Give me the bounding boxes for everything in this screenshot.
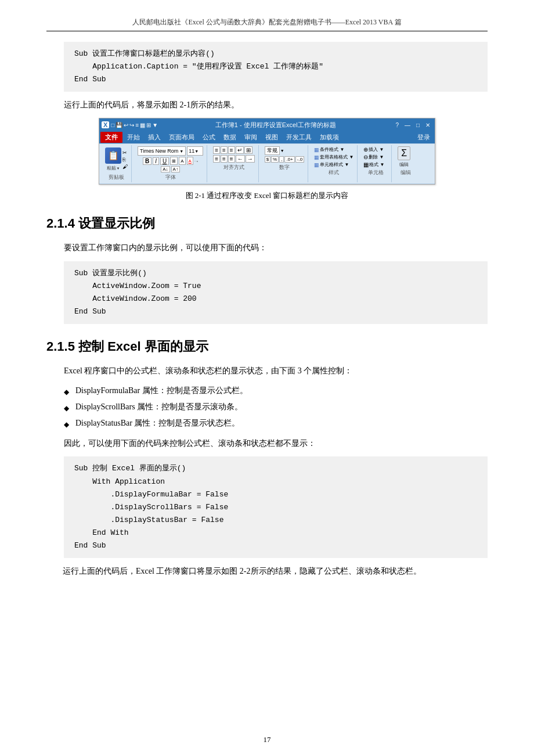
section-num-215: 2.1.5 — [46, 339, 75, 354]
format-cells-icon: ▦ — [363, 161, 369, 168]
cell-format-label[interactable]: 单元格样式 ▼ — [320, 161, 349, 168]
currency-btn[interactable]: $ — [265, 156, 270, 163]
menu-dev[interactable]: 开发工具 — [283, 132, 315, 143]
menu-review[interactable]: 审阅 — [241, 132, 261, 143]
cell-format-row: ▦ 单元格样式 ▼ — [314, 161, 353, 168]
menu-view[interactable]: 视图 — [262, 132, 282, 143]
excel-logo-icon: X — [102, 121, 109, 128]
bullet-item-1: DisplayFormulaBar 属性：控制是否显示公式栏。 — [64, 383, 488, 399]
excel-title-bar: X □ 💾 ↩ ↪ ≡ ▦ ⊞ ▼ 工作簿1 - 使用程序设置Excel工作簿的… — [99, 118, 435, 131]
align-left-btn[interactable]: ≡ — [213, 155, 220, 163]
font-size-selector[interactable]: 11 ▼ — [187, 146, 203, 156]
font-size-text: 11 — [189, 148, 194, 154]
menu-data[interactable]: 数据 — [220, 132, 240, 143]
number-label: 数字 — [265, 164, 305, 171]
code-block-3: Sub 控制 Excel 界面的显示() With Application .D… — [64, 456, 488, 558]
number-format-btn[interactable]: 常规 — [265, 146, 280, 155]
paste-area: 📋 粘贴 ▼ — [105, 147, 121, 171]
font-label: 字体 — [138, 174, 203, 181]
font-more-icon: ··• — [194, 159, 198, 163]
paste-label[interactable]: 粘贴 ▼ — [107, 165, 120, 171]
code-line: Sub 控制 Excel 界面的显示() — [74, 462, 477, 475]
insert-row: ⊕ 插入 ▼ — [363, 146, 384, 153]
align-bottom-btn[interactable]: ≡ — [228, 146, 235, 154]
code-line: ActiveWindow.Zoom = 200 — [74, 293, 477, 305]
indent-increase-btn[interactable]: → — [246, 155, 255, 163]
insert-cells-icon: ⊕ — [363, 146, 368, 153]
number-group: 常规 ▼ $ % , .0+ -.0 数字 — [261, 145, 309, 182]
align-top-btn[interactable]: ≡ — [213, 146, 220, 154]
increase-decimal-btn[interactable]: .0+ — [284, 156, 294, 163]
border-btn[interactable]: ⊞ — [170, 157, 178, 165]
cell-style-label[interactable]: 套用表格格式 ▼ — [320, 154, 353, 160]
cells-btns: ⊕ 插入 ▼ ⊖ 删除 ▼ ▦ 格式 ▼ — [363, 146, 384, 168]
paste-icon[interactable]: 📋 — [105, 147, 121, 164]
conditional-format-icon: ▦ — [314, 147, 319, 153]
editing-btns: Σ 编辑 — [398, 146, 410, 168]
font-color-btn[interactable]: A — [187, 157, 193, 165]
delete-cells-icon: ⊖ — [363, 154, 368, 160]
excel-title-text: 工作簿1 - 使用程序设置Excel工作簿的标题 — [158, 121, 393, 129]
code-line: End With — [74, 527, 477, 539]
menu-page-layout[interactable]: 页面布局 — [165, 132, 198, 143]
excel-title-left: X □ 💾 ↩ ↪ ≡ ▦ ⊞ ▼ — [102, 121, 158, 128]
align-center-btn[interactable]: ≡ — [221, 155, 228, 163]
indent-decrease-btn[interactable]: ← — [236, 155, 245, 163]
login-button[interactable]: 登录 — [414, 132, 434, 143]
font-row-top: Times New Rom ▼ 11 ▼ — [138, 146, 203, 156]
file-button[interactable]: 文件 — [100, 132, 122, 143]
number-sub-row: $ % , .0+ -.0 — [265, 156, 305, 163]
superscript-btn[interactable]: A↑ — [171, 166, 180, 172]
underline-button[interactable]: U — [160, 157, 169, 165]
insert-cells-btn[interactable]: 插入 ▼ — [369, 146, 384, 153]
autosum-btn[interactable]: Σ — [398, 146, 410, 160]
bold-button[interactable]: B — [143, 157, 151, 165]
section-title-215: 控制 Excel 界面的显示 — [78, 339, 208, 354]
menu-insert[interactable]: 插入 — [145, 132, 164, 143]
format-painter-btn[interactable]: 🖌 — [122, 164, 128, 170]
format-row: ▦ 格式 ▼ — [363, 161, 384, 168]
editing-label-text: 编辑 — [399, 161, 409, 168]
menu-start[interactable]: 开始 — [124, 132, 143, 143]
maximize-btn[interactable]: □ — [414, 122, 422, 128]
align-top-row: ≡ ≡ ≡ ↵ ⊞ — [213, 146, 255, 154]
menu-addins[interactable]: 加载项 — [316, 132, 342, 143]
decrease-decimal-btn[interactable]: -.0 — [295, 156, 304, 163]
menu-formula[interactable]: 公式 — [199, 132, 219, 143]
code-line: Sub 设置工作簿窗口标题栏的显示内容() — [74, 48, 477, 60]
page-number: 17 — [264, 735, 271, 744]
cut-btn[interactable]: ✂ — [122, 150, 128, 156]
format-cells-btn[interactable]: 格式 ▼ — [369, 161, 384, 168]
code-block-1: Sub 设置工作簿窗口标题栏的显示内容() Application.Captio… — [64, 42, 488, 92]
paragraph-1: 运行上面的代码后，将显示如图 2-1所示的结果。 — [64, 98, 488, 112]
menu-icon: ≡ — [135, 122, 139, 128]
bullet-item-2: DisplayScrollBars 属性：控制是否显示滚动条。 — [64, 399, 488, 415]
undo-icon: ↩ — [124, 122, 128, 128]
percent-btn[interactable]: % — [271, 156, 279, 163]
code-line: End Sub — [74, 73, 477, 86]
code-line: Application.Caption = "使用程序设置 Excel 工作簿的… — [74, 60, 477, 73]
delete-row: ⊖ 删除 ▼ — [363, 154, 384, 160]
fill-color-btn[interactable]: A — [179, 157, 185, 165]
delete-cells-btn[interactable]: 删除 ▼ — [369, 154, 384, 160]
help-btn[interactable]: ? — [393, 122, 401, 128]
clipboard-group: 📋 粘贴 ▼ ✂ ⎘ 🖌 剪贴板 — [102, 145, 132, 182]
italic-button[interactable]: I — [153, 157, 159, 165]
align-mid-btn[interactable]: ≡ — [221, 146, 228, 154]
excel-title-controls: ? — □ ✕ — [393, 122, 432, 128]
wrap-btn[interactable]: ↵ — [236, 146, 244, 154]
font-name-selector[interactable]: Times New Rom ▼ — [138, 146, 186, 156]
code-line: End Sub — [74, 305, 477, 318]
excel-title-icon-group: □ 💾 ↩ ↪ ≡ ▦ ⊞ ▼ — [111, 122, 158, 128]
conditional-format-label[interactable]: 条件格式 ▼ — [320, 146, 344, 153]
close-btn[interactable]: ✕ — [423, 122, 432, 128]
align-right-btn[interactable]: ≡ — [228, 155, 235, 163]
minimize-btn[interactable]: — — [402, 122, 413, 128]
clipboard-sub-btns: ✂ ⎘ 🖌 — [122, 150, 128, 170]
subscript-btn[interactable]: A↓ — [161, 166, 169, 172]
editing-group: Σ 编辑 编辑 — [394, 145, 417, 182]
comma-btn[interactable]: , — [279, 156, 284, 163]
page: 人民邮电出版社《Excel 公式与函数大辞典》配套光盘附赠电子书——Excel … — [0, 0, 534, 756]
merge-btn[interactable]: ⊞ — [244, 146, 252, 154]
copy-btn[interactable]: ⎘ — [122, 157, 128, 163]
